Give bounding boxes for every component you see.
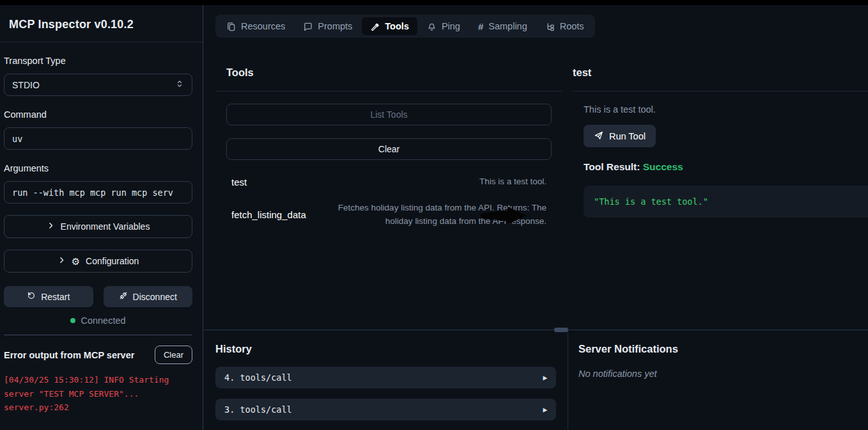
tools-actions: List Tools Clear (215, 104, 562, 160)
command-label: Command (4, 109, 192, 120)
tab-label: Resources (241, 21, 285, 31)
sidebar-body: Transport Type STDIO Command Arguments E… (0, 56, 203, 415)
tab-bar: Resources Prompts Tools Ping (215, 15, 595, 38)
restart-icon (27, 291, 36, 302)
mcp-inspector-app: MCP Inspector v0.10.2 Transport Type STD… (0, 0, 868, 430)
tool-result-output: "This is a test tool." (584, 186, 868, 218)
tab-label: Sampling (488, 21, 527, 31)
environment-variables-label: Environment Variables (61, 221, 150, 232)
tab-resources[interactable]: Resources (218, 17, 293, 35)
command-input[interactable] (4, 127, 192, 150)
error-clear-button[interactable]: Clear (155, 346, 192, 364)
tab-roots[interactable]: Roots (537, 17, 593, 35)
configuration-toggle[interactable]: ⚙ Configuration (4, 250, 192, 273)
tool-name[interactable]: test (231, 177, 247, 187)
history-item[interactable]: 4. tools/call ▶ (215, 367, 556, 388)
tab-label: Tools (385, 21, 409, 31)
gear-icon: ⚙ (72, 257, 80, 266)
history-panel: History 4. tools/call ▶ 3. tools/call ▶ (215, 343, 556, 420)
tools-panel-divider (215, 91, 562, 92)
tool-result-label-text: Tool Result: (584, 161, 640, 172)
vertical-split-divider (568, 330, 568, 430)
files-icon (226, 22, 236, 31)
chat-bubble-icon (303, 22, 313, 31)
app-title: MCP Inspector v0.10.2 (0, 5, 203, 42)
history-item[interactable]: 3. tools/call ▶ (215, 399, 556, 420)
expand-triangle-icon[interactable]: ▶ (543, 374, 547, 382)
run-tool-label: Run Tool (609, 131, 646, 141)
restart-button[interactable]: Restart (4, 286, 93, 307)
arguments-label: Arguments (4, 163, 192, 173)
tool-row-fetch-listing-data[interactable]: fetch_listing_data Fetches holiday listi… (231, 202, 546, 228)
tool-result-label: Tool Result: Success (584, 161, 868, 173)
tool-row-test[interactable]: test This is a test tool. (231, 175, 546, 189)
chevron-right-icon (58, 256, 66, 266)
resize-handle[interactable] (554, 328, 568, 332)
hammer-icon (370, 22, 380, 31)
arguments-input[interactable] (4, 181, 192, 203)
tab-prompts[interactable]: Prompts (295, 17, 360, 35)
tool-description: This is a test tool. (479, 175, 546, 189)
tab-label: Prompts (318, 21, 352, 31)
restart-label: Restart (41, 292, 70, 302)
connection-status: Connected (4, 315, 192, 326)
server-notifications-title: Server Notifications (578, 343, 858, 355)
send-icon (594, 131, 603, 142)
error-log-line: server "TEST MCP SERVER"... (4, 387, 192, 401)
tool-detail-title: test (573, 67, 868, 79)
tool-description: Fetches holiday listing data from the AP… (324, 202, 546, 228)
history-title: History (215, 343, 556, 355)
tool-result-status: Success (643, 161, 683, 172)
connection-status-text: Connected (81, 315, 125, 326)
tools-panel: Tools List Tools Clear test This is a te… (215, 67, 562, 228)
horizontal-split-divider (204, 330, 868, 330)
chevron-right-icon (47, 221, 55, 232)
tool-detail-divider (573, 91, 868, 92)
disconnect-button[interactable]: Disconnect (104, 286, 193, 307)
error-log-line: server.py:262 (4, 401, 192, 415)
history-item-label: 4. tools/call (224, 372, 292, 383)
clear-tools-button[interactable]: Clear (226, 138, 552, 160)
transport-select[interactable]: STDIO (4, 74, 192, 96)
tab-sampling[interactable]: # Sampling (470, 17, 536, 35)
sidebar: MCP Inspector v0.10.2 Transport Type STD… (0, 5, 203, 430)
connected-dot-icon (70, 318, 75, 323)
configuration-label: Configuration (86, 256, 139, 266)
list-tools-button[interactable]: List Tools (226, 104, 552, 125)
no-notifications-message: No notifications yet (578, 369, 858, 379)
connection-buttons: Restart Disconnect (4, 286, 192, 307)
error-output-header: Error output from MCP server Clear (4, 346, 192, 364)
bell-icon (427, 22, 437, 31)
environment-variables-toggle[interactable]: Environment Variables (4, 215, 192, 238)
tab-label: Roots (560, 21, 584, 31)
run-tool-button[interactable]: Run Tool (584, 125, 656, 147)
history-item-label: 3. tools/call (224, 404, 292, 415)
server-notifications-panel: Server Notifications No notifications ye… (578, 343, 858, 379)
error-output-title: Error output from MCP server (4, 350, 134, 360)
disconnect-label: Disconnect (133, 292, 177, 302)
expand-triangle-icon[interactable]: ▶ (543, 406, 547, 414)
sidebar-divider (4, 335, 192, 335)
tab-ping[interactable]: Ping (419, 17, 469, 35)
tool-detail-description: This is a test tool. (584, 104, 868, 115)
error-log: [04/30/25 15:30:12] INFO Starting server… (4, 373, 192, 415)
tool-name[interactable]: fetch_listing_data (231, 209, 306, 220)
tools-list: test This is a test tool. fetch_listing_… (215, 175, 562, 228)
updown-chevron-icon (175, 79, 184, 90)
transport-select-value: STDIO (12, 80, 40, 90)
error-log-line: [04/30/25 15:30:12] INFO Starting (4, 373, 192, 387)
unplug-icon (119, 291, 128, 302)
tools-panel-title: Tools (226, 67, 562, 79)
tab-tools[interactable]: Tools (362, 17, 417, 35)
tool-detail-panel: test This is a test tool. Run Tool Tool … (573, 67, 868, 218)
tree-icon (545, 22, 555, 31)
hash-icon: # (478, 22, 483, 31)
transport-type-label: Transport Type (4, 56, 192, 66)
tab-label: Ping (442, 21, 460, 31)
window-top-strip (0, 0, 868, 5)
main-area: Resources Prompts Tools Ping (204, 5, 868, 430)
